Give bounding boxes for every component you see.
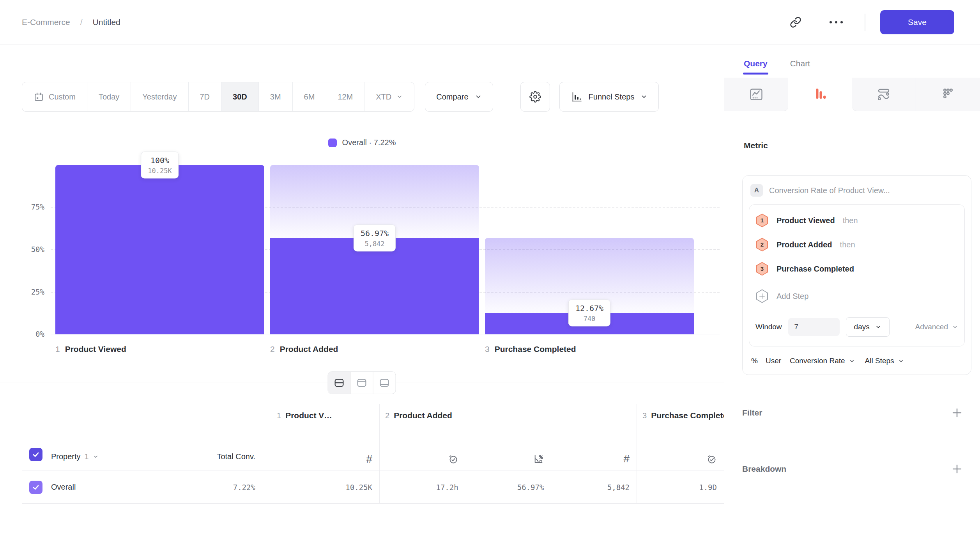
counting-entity-dropdown[interactable]: User [766,357,781,365]
date-range-7d[interactable]: 7D [189,82,222,111]
funnel-bar-step-2[interactable]: 56.97% 5,842 [270,165,479,334]
svg-text:3: 3 [761,265,764,272]
table-row-left: Overall 7.22% [22,471,271,503]
layout-toggle-table-only[interactable] [373,372,396,394]
chart-type-tabs [724,78,980,111]
date-range-yesterday[interactable]: Yesterday [131,82,188,111]
bar-value-tooltip: 100% 10.25K [141,152,179,179]
top-bar: E-Commerce / Untitled Save [0,0,980,44]
col-header-step-2[interactable]: 2 Product Added [380,411,637,420]
conversion-window-row: Window days Advanced [755,317,958,337]
window-unit-dropdown[interactable]: days [846,317,890,337]
chevron-down-icon [898,358,904,364]
metric-title: Conversion Rate of Product View... [769,186,890,195]
property-number: 1 [85,452,89,461]
tooltip-count: 740 [575,315,603,323]
date-range-6m[interactable]: 6M [293,82,327,111]
row-checkbox[interactable] [29,481,42,494]
funnel-bar-step-1[interactable]: 100% 10.25K [55,165,264,334]
percent-measure-icon[interactable]: % [751,357,758,365]
date-range-custom[interactable]: Custom [22,82,87,111]
chevron-down-icon [475,93,482,100]
chevron-down-icon [93,454,99,460]
chart-type-flows[interactable] [916,78,980,111]
metric-card: A Conversion Rate of Product View... 1 P… [742,175,971,375]
date-range-xtd[interactable]: XTD [364,82,414,111]
query-step-2[interactable]: 2 Product Added then [755,238,958,252]
funnel-plot: 75% 50% 25% 0% 100% 10.25K 56.97% 5,842 [22,165,720,334]
query-step-1[interactable]: 1 Product Viewed then [755,213,958,227]
steps-scope-dropdown[interactable]: All Steps [865,357,904,365]
chart-type-insights[interactable] [724,78,788,111]
breadcrumb-project[interactable]: E-Commerce [22,18,70,27]
date-range-label: XTD [376,92,391,101]
col-header-step-3[interactable]: 3 Purchase Completed [637,411,724,420]
cell-step2-group: 17.2h 56.97% 5,842 [379,471,637,503]
breadcrumb-report-title[interactable]: Untitled [93,18,120,27]
chart-view-label: Funnel Steps [589,92,635,101]
y-tick-0: 0% [22,330,44,338]
chart-settings-button[interactable] [520,82,550,112]
funnels-icon [812,87,828,102]
tooltip-percent: 100% [148,156,172,165]
funnel-bar-step-3[interactable]: 12.67% 740 [485,165,694,334]
date-range-today[interactable]: Today [87,82,131,111]
measure-dropdown[interactable]: Conversion Rate [790,357,855,365]
col-step-name: Product Viewed [285,411,333,420]
table-row-overall[interactable]: Overall 7.22% 10.25K 17.2h 56.97% 5,842 … [22,471,724,504]
col-step-number: 1 [277,411,281,420]
cell-step1-count: 10.25K [271,471,379,503]
tab-chart[interactable]: Chart [790,59,810,78]
advanced-dropdown[interactable]: Advanced [915,323,958,331]
total-conv-header[interactable]: Total Conv. [217,452,255,461]
share-link-button[interactable] [790,16,801,28]
chart-type-funnels-selected[interactable] [788,78,852,111]
breadcrumb: E-Commerce / Untitled [22,18,120,27]
steps-scope-label: All Steps [865,357,894,365]
save-button[interactable]: Save [880,10,954,34]
tab-query[interactable]: Query [744,59,768,78]
table-col-step-2: 2 Product Added [379,404,637,471]
col-header-step-1[interactable]: 1 Product Viewed [271,411,379,420]
metric-footer-row: % User Conversion Rate All Steps [749,346,965,371]
compare-button[interactable]: Compare [425,82,493,112]
date-range-control: Custom Today Yesterday 7D 30D 3M 6M 12M … [22,82,414,112]
chart-legend[interactable]: Overall · 7.22% [0,138,724,147]
plus-icon [951,407,963,419]
metric-title-row[interactable]: A Conversion Rate of Product View... [749,184,965,204]
table-header: Property 1 Total Conv. 1 Product Viewed [22,404,724,471]
cell-step3-time: 1.9D [637,471,724,503]
filter-label: Filter [742,408,762,417]
more-options-button[interactable] [830,21,843,23]
step-hexagon-badge: 2 [755,238,769,252]
step-hexagon-badge: 3 [755,262,769,276]
step-number: 3 [485,345,490,354]
add-breakdown-button[interactable] [951,463,963,475]
chart-view-selector[interactable]: Funnel Steps [559,82,659,112]
tooltip-percent: 12.67% [575,304,603,313]
date-range-12m[interactable]: 12M [326,82,364,111]
plus-icon [951,463,963,475]
add-step-button[interactable]: Add Step [755,289,958,303]
count-hash-icon: # [623,454,630,464]
bottom-panel-icon [379,378,390,388]
layout-toggle-split-view[interactable] [328,372,351,394]
advanced-label: Advanced [915,323,948,331]
window-value-input[interactable] [788,318,840,336]
property-selector[interactable]: Property 1 [51,452,99,461]
layout-toggle-chart-only[interactable] [351,372,373,394]
step-axis-label-3: 3 Purchase Completed [485,345,576,354]
chart-type-retention[interactable] [852,78,916,111]
chevron-down-icon [952,324,958,330]
add-filter-button[interactable] [951,407,963,419]
query-step-3[interactable]: 3 Purchase Completed [755,262,958,276]
query-step-name: Product Viewed [777,216,835,225]
retention-icon [876,87,892,102]
breakdown-label: Breakdown [742,464,786,474]
compare-label: Compare [436,92,468,101]
flows-icon [940,87,956,102]
date-range-3m[interactable]: 3M [259,82,293,111]
select-all-checkbox[interactable] [29,448,42,461]
col-step-number: 3 [642,411,647,420]
date-range-30d-selected[interactable]: 30D [221,82,259,111]
